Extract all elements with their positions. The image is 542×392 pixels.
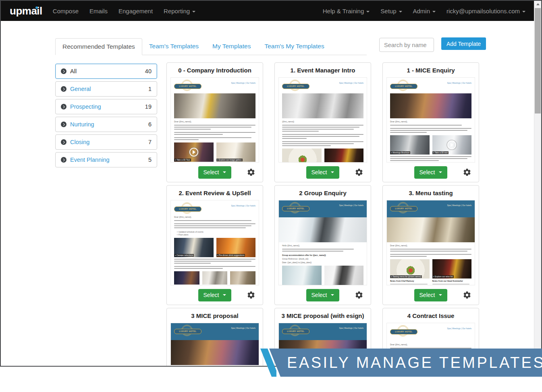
luxury-hotel-logo: LUXURY HOTEL bbox=[174, 80, 203, 91]
hero-image-lounge bbox=[171, 340, 259, 365]
count-badge: 5 bbox=[148, 157, 152, 163]
preview-image-gallery: + Explore our image gallery bbox=[216, 142, 256, 162]
count-badge: 1 bbox=[148, 86, 152, 92]
luxury-hotel-logo: LUXURY HOTEL bbox=[282, 202, 311, 213]
template-title: 3 MICE proposal (with esign) bbox=[278, 312, 367, 319]
gear-icon[interactable] bbox=[463, 168, 471, 177]
sidebar-item-event-planning[interactable]: Event Planning 5 bbox=[55, 152, 157, 167]
sidebar-item-nurturing[interactable]: Nurturing 6 bbox=[55, 117, 157, 132]
select-button[interactable]: Select bbox=[414, 166, 448, 179]
banner-body: EASILY MANAGE TEMPLATES bbox=[258, 349, 542, 377]
luxury-hotel-logo: LUXURY HOTEL bbox=[390, 80, 419, 91]
chevron-down-icon bbox=[331, 171, 334, 173]
nav-item-compose[interactable]: Compose bbox=[53, 8, 79, 14]
template-preview: LUXURY HOTEL Spa | Meetings | Our hotels… bbox=[170, 77, 259, 163]
gear-icon[interactable] bbox=[463, 291, 471, 299]
nav-item-reporting[interactable]: Reporting bbox=[164, 8, 195, 14]
play-icon bbox=[189, 148, 198, 157]
tab-teams-templates[interactable]: Team's Templates bbox=[142, 38, 206, 55]
browser-window: upmail Compose Emails Engagement Reporti… bbox=[0, 0, 542, 367]
nav-item-admin[interactable]: Admin bbox=[413, 8, 436, 14]
template-card: 1 - MICE Enquiry LUXURY HOTEL Spa | Meet… bbox=[382, 62, 479, 182]
preview-image-3d-tour: + Take a 3D tour bbox=[432, 135, 472, 155]
nav-item-setup[interactable]: Setup bbox=[380, 8, 402, 14]
nav-item-emails[interactable]: Emails bbox=[89, 8, 108, 14]
logo-i-dot bbox=[35, 6, 38, 9]
nav-item-account-menu[interactable]: ricky@upmailsolutions.com bbox=[446, 8, 525, 14]
luxury-hotel-logo: LUXURY HOTEL bbox=[282, 80, 311, 91]
gear-icon[interactable] bbox=[355, 168, 363, 177]
preview-image-meetings: + Meetings Brochure bbox=[390, 135, 430, 155]
preview-image-banqueting: + Banqueting menu selector bbox=[282, 149, 322, 163]
template-preview: LUXURY HOTEL Spa | Meetings | Our hotels… bbox=[170, 323, 259, 367]
luxury-hotel-logo: LUXURY HOTEL bbox=[282, 325, 311, 336]
top-navbar: upmail Compose Emails Engagement Reporti… bbox=[1, 1, 534, 21]
select-button[interactable]: Select bbox=[198, 166, 232, 179]
preview-image-wine: + Explore our wine list bbox=[324, 149, 364, 163]
template-preview: LUXURY HOTEL Spa | Meetings | Our hotels… bbox=[386, 200, 475, 285]
select-button[interactable]: Select bbox=[198, 289, 232, 301]
select-button[interactable]: Select bbox=[414, 289, 448, 301]
template-title: 1. Event Manager Intro bbox=[278, 67, 367, 74]
gear-icon[interactable] bbox=[355, 291, 363, 299]
template-card: 2 Group Enquiry LUXURY HOTEL Spa | Meeti… bbox=[274, 185, 371, 305]
template-preview: LUXURY HOTEL Spa | Meetings | Our hotels… bbox=[170, 200, 259, 285]
chevron-down-icon bbox=[439, 294, 442, 296]
tab-recommended-templates[interactable]: Recommended Templates bbox=[55, 38, 142, 55]
chevron-circle-right-icon bbox=[61, 68, 66, 74]
upmail-logo[interactable]: upmail bbox=[10, 5, 42, 17]
sidebar-item-general[interactable]: General 1 bbox=[55, 81, 157, 97]
page: upmail Compose Emails Engagement Reporti… bbox=[0, 0, 542, 392]
preview-image-spa bbox=[230, 271, 255, 285]
chevron-down-icon bbox=[331, 294, 334, 296]
chevron-circle-right-icon bbox=[61, 104, 66, 109]
template-card: 3 MICE proposal LUXURY HOTEL Spa | Meeti… bbox=[166, 308, 263, 367]
sidebar-item-closing[interactable]: Closing 7 bbox=[55, 134, 157, 150]
tab-teams-my-templates[interactable]: Team's My Templates bbox=[258, 38, 331, 55]
add-template-button[interactable]: Add Template bbox=[441, 37, 486, 50]
preview-image-canapes: + Canape selections bbox=[174, 238, 214, 257]
hero-image-chefs bbox=[282, 93, 363, 118]
preview-nav-links: Spa | Meetings | Our hotels bbox=[447, 82, 471, 84]
count-badge: 6 bbox=[148, 121, 152, 128]
chevron-down-icon bbox=[399, 11, 402, 12]
vertical-scrollbar[interactable] bbox=[534, 1, 541, 366]
sidebar-item-all[interactable]: All 40 bbox=[55, 64, 157, 79]
template-title: 1 - MICE Enquiry bbox=[386, 67, 475, 74]
nav-item-help-training[interactable]: Help & Training bbox=[323, 8, 370, 14]
search-input[interactable] bbox=[379, 38, 434, 52]
category-sidebar: All 40 General 1 Prospecting 19 Nurturin… bbox=[55, 64, 157, 170]
select-button[interactable]: Select bbox=[306, 289, 340, 301]
select-button[interactable]: Select bbox=[306, 166, 340, 179]
tab-my-templates[interactable]: My Templates bbox=[206, 38, 258, 55]
promo-banner: EASILY MANAGE TEMPLATES bbox=[258, 349, 542, 377]
gear-icon[interactable] bbox=[247, 291, 255, 299]
luxury-hotel-logo: LUXURY HOTEL bbox=[390, 202, 419, 213]
luxury-hotel-logo: LUXURY HOTEL bbox=[390, 326, 419, 336]
template-card: 3. Menu tasting LUXURY HOTEL Spa | Meeti… bbox=[382, 185, 479, 305]
chevron-circle-right-icon bbox=[61, 139, 66, 145]
template-tabs: Recommended Templates Team's Templates M… bbox=[55, 38, 367, 55]
hero-image-bedroom bbox=[174, 93, 255, 118]
scroll-up-button[interactable] bbox=[534, 1, 541, 8]
gear-icon[interactable] bbox=[247, 168, 255, 177]
preview-nav-links: Spa | Meetings | Our hotels bbox=[231, 82, 255, 84]
play-icon bbox=[447, 140, 456, 149]
count-badge: 19 bbox=[145, 103, 152, 110]
chevron-down-icon bbox=[223, 171, 226, 173]
preview-nav-links: Spa | Meetings | Our hotels bbox=[339, 204, 363, 206]
chevron-down-icon bbox=[439, 171, 442, 173]
template-title: 2 Group Enquiry bbox=[278, 190, 367, 196]
chevron-circle-right-icon bbox=[61, 122, 66, 127]
preview-nav-links: Spa | Meetings | Our hotels bbox=[231, 204, 255, 207]
preview-image-3d-tour: + Take a 3D Tour bbox=[174, 142, 214, 162]
preview-image-tasting-menu: + Tasting menu for {{insert name}} bbox=[390, 259, 430, 279]
sidebar-item-prospecting[interactable]: Prospecting 19 bbox=[55, 99, 157, 114]
nav-item-engagement[interactable]: Engagement bbox=[118, 8, 153, 14]
preview-nav-links: Spa | Meetings | Our hotels bbox=[447, 204, 471, 206]
luxury-hotel-logo: LUXURY HOTEL bbox=[174, 325, 203, 336]
luxury-hotel-logo: LUXURY HOTEL bbox=[174, 203, 203, 214]
scrollbar-thumb[interactable] bbox=[535, 8, 541, 113]
template-title: 2. Event Review & UpSell bbox=[170, 190, 259, 196]
preview-nav-links: Spa | Meetings | Our hotels bbox=[447, 327, 471, 330]
